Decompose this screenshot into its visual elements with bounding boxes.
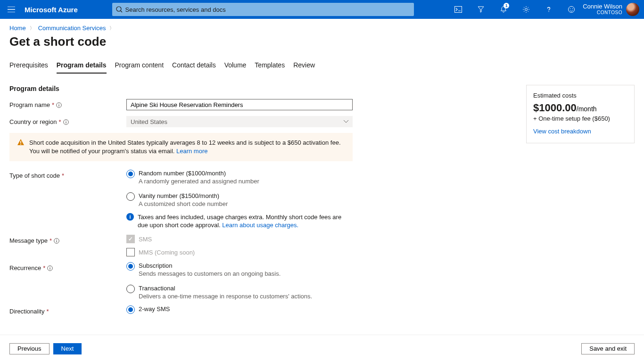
tab-program-details[interactable]: Program details: [57, 61, 107, 74]
cost-period: /month: [577, 105, 597, 113]
info-icon[interactable]: [63, 119, 69, 125]
country-value: United States: [131, 118, 167, 125]
menu-toggle[interactable]: [0, 7, 23, 12]
hamburger-icon: [8, 7, 15, 12]
cost-amount: $1000.00: [533, 102, 577, 114]
chevron-right-icon: 〉: [30, 25, 34, 32]
svg-rect-13: [66, 122, 66, 123]
view-cost-breakdown-link[interactable]: View cost breakdown: [533, 128, 591, 135]
tab-volume[interactable]: Volume: [224, 61, 247, 74]
avatar: [626, 3, 639, 16]
type-label: Type of short code *: [9, 170, 126, 179]
svg-point-0: [116, 7, 121, 11]
radio-vanity-label: Vanity number ($1500/month): [139, 192, 228, 199]
previous-button[interactable]: Previous: [9, 343, 50, 354]
gear-icon: [522, 6, 530, 13]
usage-charges-link[interactable]: Learn about usage charges.: [222, 222, 298, 229]
radio-transactional[interactable]: [126, 285, 135, 293]
save-and-exit-button[interactable]: Save and exit: [581, 343, 635, 354]
help-icon: [545, 6, 553, 13]
tab-prerequisites[interactable]: Prerequisites: [9, 61, 48, 74]
radio-random-desc: A randomly generated and assigned number: [139, 178, 259, 185]
svg-point-3: [525, 8, 528, 11]
radio-2way-label: 2-way SMS: [139, 305, 170, 313]
cost-title: Estimated costs: [533, 92, 627, 99]
main-content: Home 〉 Communication Services 〉 Get a sh…: [0, 19, 644, 335]
svg-point-5: [569, 7, 575, 13]
feedback-button[interactable]: [560, 0, 583, 19]
svg-point-6: [570, 8, 571, 9]
svg-point-7: [572, 8, 573, 9]
next-button[interactable]: Next: [53, 343, 82, 354]
radio-vanity-number[interactable]: [126, 192, 135, 201]
tab-templates[interactable]: Templates: [255, 61, 285, 74]
brand-label: Microsoft Azure: [23, 6, 112, 14]
page-title: Get a short code: [9, 34, 635, 49]
directionality-label: Directionality*: [9, 305, 126, 315]
svg-point-20: [50, 266, 50, 267]
svg-point-4: [548, 11, 549, 12]
svg-rect-2: [455, 7, 462, 13]
radio-subscription-label: Subscription: [139, 262, 281, 269]
header-actions: 1: [447, 0, 583, 19]
tab-review[interactable]: Review: [293, 61, 315, 74]
svg-rect-21: [50, 268, 50, 270]
radio-random-label: Random number ($1000/month): [139, 170, 259, 177]
recurrence-label: Recurrence*: [9, 262, 126, 272]
info-icon[interactable]: [54, 238, 59, 244]
breadcrumb-comm-services[interactable]: Communication Services: [38, 25, 106, 32]
directory-button[interactable]: [470, 0, 492, 19]
info-icon[interactable]: [47, 265, 53, 271]
settings-button[interactable]: [515, 0, 537, 19]
tab-program-content[interactable]: Program content: [115, 61, 164, 74]
checkbox-sms-label: SMS: [139, 236, 152, 243]
breadcrumb: Home 〉 Communication Services 〉: [9, 25, 635, 32]
svg-point-9: [58, 103, 59, 104]
estimated-costs-card: Estimated costs $1000.00/month + One-tim…: [526, 85, 635, 143]
message-type-label: Message type *: [9, 235, 126, 244]
program-name-input[interactable]: [126, 99, 353, 110]
warning-icon: [17, 139, 25, 146]
svg-rect-18: [56, 240, 57, 242]
radio-2way-sms[interactable]: [126, 305, 135, 314]
radio-transactional-label: Transactional: [139, 285, 312, 292]
svg-rect-14: [20, 141, 21, 143]
alert-learn-more-link[interactable]: Learn more: [176, 148, 207, 155]
radio-vanity-desc: A customized short code number: [139, 200, 228, 207]
chevron-down-icon: [344, 120, 348, 123]
acquisition-alert: Short code acquisition in the United Sta…: [9, 133, 353, 161]
chevron-right-icon: 〉: [109, 25, 114, 32]
user-org: CONTOSO: [583, 10, 622, 16]
info-icon[interactable]: [56, 102, 62, 108]
search-input[interactable]: [125, 6, 410, 13]
breadcrumb-home[interactable]: Home: [9, 25, 26, 32]
cloud-shell-icon: [454, 6, 462, 13]
svg-point-12: [66, 120, 66, 121]
svg-point-17: [56, 239, 57, 239]
help-button[interactable]: [537, 0, 560, 19]
cloud-shell-button[interactable]: [447, 0, 470, 19]
user-name: Connie Wilson: [583, 3, 622, 10]
country-dropdown[interactable]: United States: [126, 116, 353, 127]
notif-badge: 1: [504, 3, 509, 8]
svg-line-1: [121, 11, 122, 12]
filter-icon: [477, 6, 485, 13]
checkbox-sms: [126, 235, 135, 243]
checkbox-mms: [126, 248, 135, 256]
notifications-button[interactable]: 1: [492, 0, 515, 19]
wizard-footer: Previous Next Save and exit: [0, 335, 644, 362]
top-header: Microsoft Azure 1 Connie Wilson C: [0, 0, 644, 19]
smiley-icon: [568, 6, 575, 13]
wizard-tabs: Prerequisites Program details Program co…: [9, 61, 635, 74]
search-icon: [116, 6, 123, 13]
tab-contact-details[interactable]: Contact details: [172, 61, 216, 74]
program-name-label: Program name*: [9, 99, 126, 108]
radio-subscription-desc: Sends messages to customers on an ongoin…: [139, 270, 281, 277]
radio-random-number[interactable]: [126, 170, 135, 178]
radio-subscription[interactable]: [126, 262, 135, 271]
country-label: Country or region *: [9, 116, 126, 125]
svg-rect-10: [58, 105, 59, 107]
account-menu[interactable]: Connie Wilson CONTOSO: [583, 3, 644, 16]
global-search[interactable]: [112, 3, 414, 16]
radio-transactional-desc: Delivers a one-time message in response …: [139, 293, 312, 300]
